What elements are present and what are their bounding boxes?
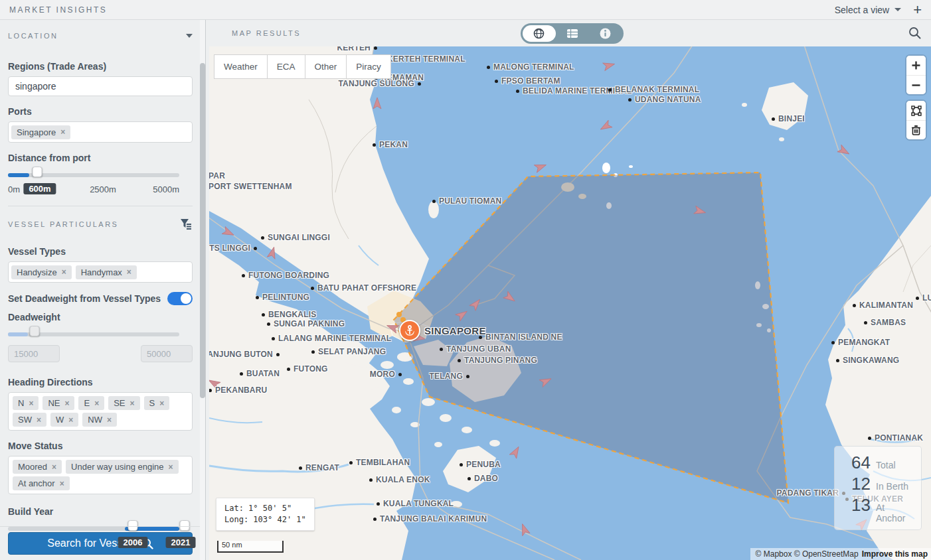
remove-chip-icon[interactable]: × bbox=[60, 127, 65, 137]
chip-w[interactable]: W× bbox=[50, 413, 78, 427]
search-vessels-button[interactable]: Search for Vessels bbox=[8, 532, 193, 555]
zoom-in-button[interactable] bbox=[906, 56, 926, 75]
map-canvas[interactable]: WeatherECAOtherPiracy MALONG TERMINALKER… bbox=[209, 46, 931, 560]
filters-sidebar: LOCATION Regions (Trade Areas) Ports Sin… bbox=[0, 20, 206, 560]
attribution-text[interactable]: © Mapbox © OpenStreetMap bbox=[756, 549, 859, 559]
remove-chip-icon[interactable]: × bbox=[68, 415, 73, 425]
stat-value: 13 bbox=[843, 495, 871, 516]
distance-label: Distance from port bbox=[8, 153, 193, 163]
deadweight-slider bbox=[8, 329, 193, 340]
map-search-button[interactable] bbox=[908, 27, 921, 42]
map-view-button[interactable] bbox=[523, 25, 556, 42]
map-results-header: MAP RESULTS bbox=[207, 20, 931, 46]
info-view-button[interactable] bbox=[588, 25, 622, 42]
map-layer-buttons: WeatherECAOtherPiracy bbox=[214, 54, 391, 79]
deadweight-min-input bbox=[8, 345, 60, 362]
singapore-port-marker[interactable] bbox=[399, 320, 420, 341]
toggle-knob bbox=[181, 293, 191, 304]
remove-chip-icon[interactable]: × bbox=[62, 267, 66, 277]
chip-moored[interactable]: Moored× bbox=[13, 460, 62, 474]
chip-ne[interactable]: NE× bbox=[42, 396, 74, 410]
top-bar: MARKET INSIGHTS Select a view + bbox=[0, 0, 931, 20]
distance-value-tooltip: 600m bbox=[23, 183, 56, 194]
chip-label: SE bbox=[114, 398, 125, 408]
build-year-label: Build Year bbox=[8, 506, 193, 517]
stat-value: 12 bbox=[843, 474, 871, 494]
coordinates-readout: Lat: 1° 50' 5" Long: 103° 42' 1" bbox=[216, 498, 315, 531]
remove-chip-icon[interactable]: × bbox=[52, 462, 56, 472]
layer-button-eca[interactable]: ECA bbox=[267, 54, 305, 79]
chip-handymax[interactable]: Handymax× bbox=[76, 265, 137, 279]
zoom-controls bbox=[906, 56, 926, 94]
remove-chip-icon[interactable]: × bbox=[107, 415, 112, 425]
chip-under-way-using-engine[interactable]: Under way using engine× bbox=[66, 460, 179, 474]
info-icon bbox=[600, 28, 611, 39]
chip-handysize[interactable]: Handysize× bbox=[11, 265, 72, 279]
table-view-button[interactable] bbox=[556, 25, 589, 42]
add-view-button[interactable]: + bbox=[913, 3, 922, 17]
draw-polygon-button[interactable] bbox=[906, 101, 926, 120]
regions-input[interactable] bbox=[8, 76, 193, 96]
distance-tick: 5000m bbox=[153, 184, 179, 194]
remove-chip-icon[interactable]: × bbox=[29, 399, 33, 408]
singapore-marker-label: SINGAPORE bbox=[424, 325, 486, 336]
latitude-value: Lat: 1° 50' 5" bbox=[224, 503, 306, 514]
vessel-types-label: Vessel Types bbox=[8, 246, 193, 257]
chip-se[interactable]: SE× bbox=[108, 396, 139, 410]
map-scale-bar: 50 nm bbox=[217, 541, 284, 553]
chip-nw[interactable]: NW× bbox=[82, 413, 117, 427]
move-status-chipbox[interactable]: Moored×Under way using engine×At anchor× bbox=[8, 456, 193, 494]
chip-label: NE bbox=[48, 398, 60, 408]
chevron-down-icon[interactable] bbox=[186, 34, 193, 38]
deadweight-toggle-label: Set Deadweight from Vessel Types bbox=[8, 293, 161, 304]
deadweight-max-input bbox=[141, 345, 193, 362]
remove-chip-icon[interactable]: × bbox=[159, 399, 164, 408]
filter-icon[interactable] bbox=[179, 218, 193, 230]
remove-chip-icon[interactable]: × bbox=[127, 267, 131, 277]
layer-button-piracy[interactable]: Piracy bbox=[346, 54, 391, 79]
vessel-types-chipbox[interactable]: Handysize×Handymax× bbox=[8, 261, 193, 283]
layer-button-weather[interactable]: Weather bbox=[214, 54, 268, 79]
distance-slider[interactable] bbox=[8, 170, 193, 180]
chip-sw[interactable]: SW× bbox=[13, 413, 46, 427]
longitude-value: Long: 103° 42' 1" bbox=[224, 514, 306, 525]
location-section-header[interactable]: LOCATION bbox=[8, 32, 193, 40]
draw-polygon-icon bbox=[911, 105, 922, 116]
distance-slider-handle[interactable] bbox=[33, 167, 42, 177]
chip-s[interactable]: S× bbox=[144, 396, 170, 410]
vessel-section-header[interactable]: VESSEL PARTICULARS bbox=[8, 218, 193, 230]
zoom-out-button[interactable] bbox=[906, 75, 926, 94]
remove-chip-icon[interactable]: × bbox=[37, 415, 41, 425]
chip-e[interactable]: E× bbox=[78, 396, 104, 410]
stat-row: 64Total bbox=[843, 453, 913, 473]
select-view-dropdown[interactable]: Select a view bbox=[835, 5, 901, 15]
ports-chipbox[interactable]: Singapore× bbox=[8, 121, 193, 143]
heading-chipbox[interactable]: N×NE×E×SE×S×SW×W×NW× bbox=[8, 392, 193, 431]
sidebar-scrollbar[interactable] bbox=[200, 20, 205, 560]
remove-chip-icon[interactable]: × bbox=[130, 399, 135, 408]
regions-label: Regions (Trade Areas) bbox=[8, 61, 193, 72]
remove-chip-icon[interactable]: × bbox=[94, 399, 99, 408]
chip-singapore[interactable]: Singapore× bbox=[11, 125, 70, 139]
build-from-tooltip: 2006 bbox=[118, 537, 148, 548]
improve-map-link[interactable]: Improve this map bbox=[862, 549, 928, 559]
globe-icon bbox=[533, 28, 545, 39]
build-to-tooltip: 2021 bbox=[166, 537, 196, 548]
remove-chip-icon[interactable]: × bbox=[60, 479, 64, 488]
table-icon bbox=[566, 29, 578, 38]
chip-n[interactable]: N× bbox=[13, 396, 39, 410]
delete-drawing-button[interactable] bbox=[906, 120, 926, 139]
layer-button-other[interactable]: Other bbox=[305, 54, 347, 79]
chip-at-anchor[interactable]: At anchor× bbox=[13, 476, 70, 490]
map-base-layer bbox=[209, 46, 931, 560]
chip-label: SW bbox=[18, 415, 32, 425]
remove-chip-icon[interactable]: × bbox=[169, 462, 173, 472]
deadweight-toggle[interactable] bbox=[167, 292, 193, 305]
scrollbar-thumb[interactable] bbox=[200, 63, 205, 398]
remove-chip-icon[interactable]: × bbox=[64, 399, 69, 408]
stat-row: 12In Berth bbox=[843, 474, 913, 494]
distance-tick: 0m bbox=[8, 184, 20, 194]
ports-label: Ports bbox=[8, 106, 193, 117]
stat-label: At Anchor bbox=[876, 502, 913, 524]
vessel-title: VESSEL PARTICULARS bbox=[8, 220, 118, 228]
